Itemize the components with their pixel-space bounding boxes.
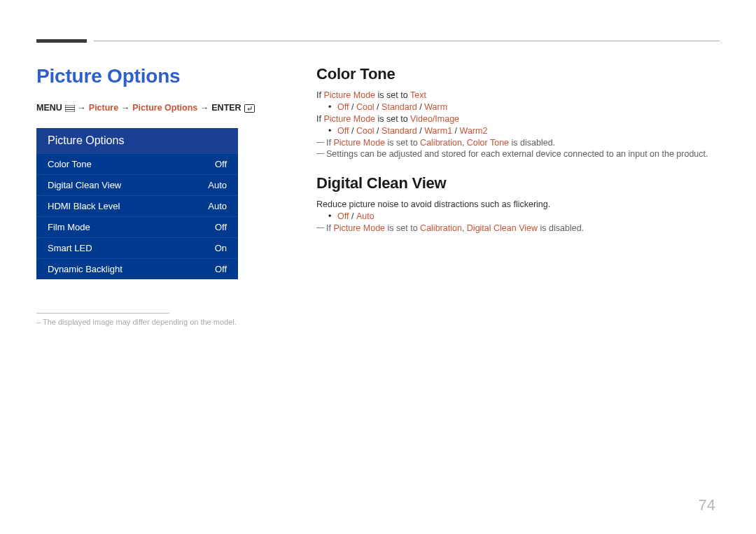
option: Warm1 — [424, 126, 452, 136]
cond-target: Text — [410, 90, 426, 100]
note-text: is disabled. — [538, 223, 584, 233]
header-rule — [36, 39, 720, 43]
cond-prefix: If — [316, 114, 323, 124]
heading-digital-clean-view: Digital Clean View — [316, 174, 720, 192]
panel-value: Off — [215, 159, 227, 169]
panel-row-hdmi-black-level: HDMI Black Level Auto — [36, 195, 238, 216]
breadcrumb-picture-options: Picture Options — [132, 103, 197, 113]
arrow-icon: → — [121, 103, 130, 113]
condition-text: If Picture Mode is set to Video/Image — [316, 114, 720, 124]
header-accent — [36, 39, 87, 43]
breadcrumb-menu: MENU — [36, 103, 62, 113]
options-list: Off / Auto — [316, 211, 720, 221]
panel-row-color-tone: Color Tone Off — [36, 153, 238, 174]
cond-mode: Picture Mode — [323, 90, 375, 100]
heading-color-tone: Color Tone — [316, 65, 720, 83]
panel-row-dynamic-backlight: Dynamic Backlight Off — [36, 258, 238, 279]
breadcrumb-picture: Picture — [89, 103, 118, 113]
option: Off — [337, 126, 349, 136]
section-color-tone: Color Tone If Picture Mode is set to Tex… — [316, 65, 720, 159]
svg-rect-0 — [65, 105, 75, 112]
note-term: Calibration — [420, 223, 462, 233]
options-item: Off / Auto — [337, 211, 720, 221]
option: Cool — [356, 126, 374, 136]
header-line — [94, 41, 720, 41]
note-text: If — [326, 223, 333, 233]
note-text: Settings can be adjusted and stored for … — [326, 149, 708, 159]
manual-page: Picture Options MENU → Picture → Picture… — [0, 0, 756, 347]
panel-row-smart-led: Smart LED On — [36, 237, 238, 258]
page-title: Picture Options — [36, 65, 288, 87]
cond-mid: is set to — [375, 114, 410, 124]
cond-target: Video/Image — [410, 114, 459, 124]
note-text: , — [462, 223, 467, 233]
cond-prefix: If — [316, 90, 323, 100]
section-digital-clean-view: Digital Clean View Reduce picture noise … — [316, 174, 720, 233]
note-text: If — [326, 138, 333, 148]
breadcrumb-enter: ENTER — [211, 103, 241, 113]
menu-icon — [65, 103, 75, 113]
option: Auto — [356, 211, 374, 221]
note-text: is set to — [385, 138, 420, 148]
panel-value: Auto — [208, 201, 227, 211]
option: Standard — [382, 126, 417, 136]
note: If Picture Mode is set to Calibration, D… — [316, 223, 720, 233]
note-term: Digital Clean View — [467, 223, 538, 233]
option: Warm2 — [460, 126, 488, 136]
panel-label: HDMI Black Level — [48, 201, 120, 211]
disclaimer: The displayed image may differ depending… — [36, 318, 288, 326]
note-term: Picture Mode — [333, 138, 385, 148]
panel-label: Dynamic Backlight — [48, 264, 122, 274]
option: Standard — [382, 102, 417, 112]
note-text: is set to — [385, 223, 420, 233]
panel-row-digital-clean-view: Digital Clean View Auto — [36, 174, 238, 195]
svg-rect-3 — [244, 104, 254, 112]
note-term: Picture Mode — [333, 223, 385, 233]
divider — [36, 313, 169, 314]
panel-label: Film Mode — [48, 222, 90, 232]
arrow-icon: → — [200, 103, 209, 113]
cond-mode: Picture Mode — [323, 114, 375, 124]
panel-label: Digital Clean View — [48, 180, 121, 190]
right-column: Color Tone If Picture Mode is set to Tex… — [316, 65, 720, 326]
arrow-icon: → — [78, 103, 86, 113]
option: Off — [337, 102, 349, 112]
description: Reduce picture noise to avoid distractio… — [316, 199, 720, 209]
note-term: Calibration — [420, 138, 462, 148]
panel-header: Picture Options — [36, 128, 238, 153]
note: Settings can be adjusted and stored for … — [316, 149, 720, 159]
panel-value: Off — [215, 222, 227, 232]
panel-value: On — [215, 243, 227, 253]
panel-value: Off — [215, 264, 227, 274]
panel-row-film-mode: Film Mode Off — [36, 216, 238, 237]
panel-label: Color Tone — [48, 159, 92, 169]
breadcrumb: MENU → Picture → Picture Options → ENTER — [36, 103, 288, 113]
cond-mid: is set to — [375, 90, 410, 100]
note-term: Color Tone — [467, 138, 509, 148]
page-number: 74 — [699, 496, 715, 514]
enter-icon — [244, 103, 255, 113]
left-column: Picture Options MENU → Picture → Picture… — [36, 65, 288, 326]
option: Off — [337, 211, 349, 221]
note: If Picture Mode is set to Calibration, C… — [316, 138, 720, 148]
options-item: Off / Cool / Standard / Warm1 / Warm2 — [337, 126, 720, 136]
option: Cool — [356, 102, 374, 112]
panel-label: Smart LED — [48, 243, 92, 253]
options-item: Off / Cool / Standard / Warm — [337, 102, 720, 112]
condition-text: If Picture Mode is set to Text — [316, 90, 720, 100]
option: Warm — [424, 102, 447, 112]
options-list: Off / Cool / Standard / Warm1 / Warm2 — [316, 126, 720, 136]
options-list: Off / Cool / Standard / Warm — [316, 102, 720, 112]
note-text: , — [462, 138, 467, 148]
panel-value: Auto — [208, 180, 227, 190]
note-text: is disabled. — [509, 138, 555, 148]
settings-panel: Picture Options Color Tone Off Digital C… — [36, 128, 238, 279]
